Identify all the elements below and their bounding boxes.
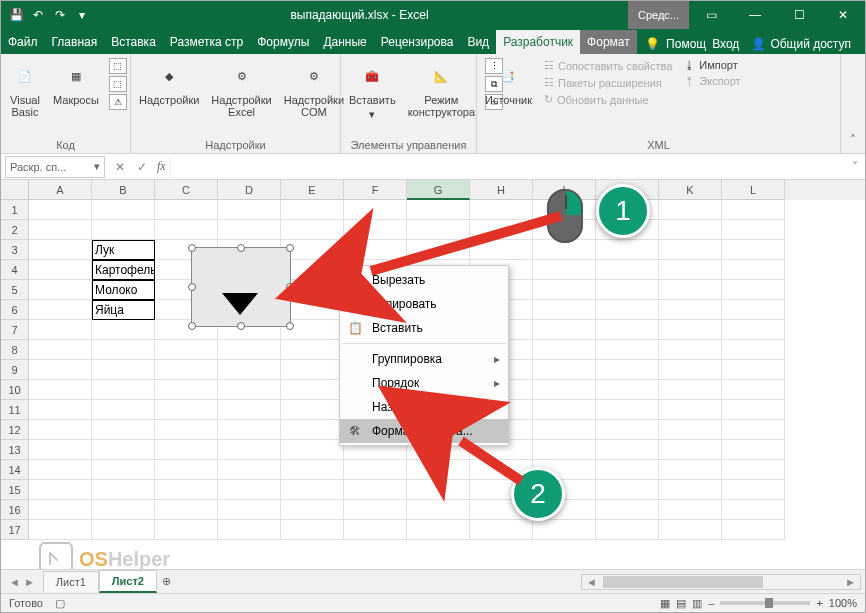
cell[interactable] (29, 300, 92, 320)
cell[interactable] (29, 520, 92, 540)
cell[interactable] (659, 280, 722, 300)
cell[interactable] (281, 360, 344, 380)
cell[interactable] (722, 400, 785, 420)
cell[interactable] (155, 500, 218, 520)
cell[interactable] (722, 420, 785, 440)
row-10[interactable]: 10 (1, 380, 29, 400)
cell[interactable] (722, 320, 785, 340)
maximize-icon[interactable]: ☐ (777, 1, 821, 29)
cell[interactable] (659, 380, 722, 400)
cell[interactable] (281, 340, 344, 360)
view-normal-icon[interactable]: ▦ (660, 597, 670, 610)
cell[interactable] (533, 300, 596, 320)
cell[interactable] (92, 480, 155, 500)
cell[interactable] (344, 240, 407, 260)
cell[interactable] (533, 400, 596, 420)
cell[interactable] (407, 240, 470, 260)
cell[interactable] (218, 220, 281, 240)
cell[interactable] (533, 260, 596, 280)
cell[interactable] (533, 380, 596, 400)
resize-handle[interactable] (286, 244, 294, 252)
row-5[interactable]: 5 (1, 280, 29, 300)
tab-review[interactable]: Рецензирова (374, 30, 461, 54)
row-2[interactable]: 2 (1, 220, 29, 240)
cell[interactable] (596, 260, 659, 280)
row-17[interactable]: 17 (1, 520, 29, 540)
cell[interactable] (218, 480, 281, 500)
cell[interactable] (155, 220, 218, 240)
cell[interactable] (722, 500, 785, 520)
cell[interactable] (281, 420, 344, 440)
cell[interactable] (596, 460, 659, 480)
cell[interactable] (92, 400, 155, 420)
cell[interactable] (722, 360, 785, 380)
cell[interactable] (281, 500, 344, 520)
resize-handle[interactable] (237, 244, 245, 252)
cell[interactable] (533, 280, 596, 300)
zoom-in-icon[interactable]: + (816, 597, 822, 609)
cell[interactable] (29, 360, 92, 380)
cell[interactable] (155, 200, 218, 220)
save-icon[interactable]: 💾 (7, 6, 25, 24)
help-label[interactable]: Помощ (666, 37, 706, 51)
signin-label[interactable]: Вход (712, 37, 739, 51)
expand-formula-icon[interactable]: ˅ (845, 160, 865, 174)
relative-ref-icon[interactable]: ⬚ (109, 76, 127, 92)
cell[interactable] (659, 200, 722, 220)
cell[interactable] (470, 220, 533, 240)
cell[interactable] (29, 280, 92, 300)
cell[interactable] (659, 400, 722, 420)
cell[interactable] (596, 240, 659, 260)
resize-handle[interactable] (286, 283, 294, 291)
cell[interactable] (407, 200, 470, 220)
cell[interactable] (533, 420, 596, 440)
cell[interactable] (29, 380, 92, 400)
cell[interactable] (218, 380, 281, 400)
cell[interactable] (722, 520, 785, 540)
row-12[interactable]: 12 (1, 420, 29, 440)
col-A[interactable]: A (29, 180, 92, 200)
tab-formulas[interactable]: Формулы (250, 30, 316, 54)
cell[interactable] (155, 480, 218, 500)
col-B[interactable]: B (92, 180, 155, 200)
tab-home[interactable]: Главная (45, 30, 105, 54)
cell[interactable] (722, 380, 785, 400)
cell[interactable] (533, 240, 596, 260)
cell[interactable] (92, 460, 155, 480)
cell[interactable] (344, 480, 407, 500)
cell[interactable] (155, 440, 218, 460)
ctx-paste[interactable]: 📋Вставить (340, 316, 508, 340)
cell[interactable] (596, 400, 659, 420)
cell[interactable] (407, 220, 470, 240)
cell[interactable] (29, 260, 92, 280)
row-11[interactable]: 11 (1, 400, 29, 420)
cell[interactable] (281, 400, 344, 420)
cell[interactable] (596, 500, 659, 520)
cell[interactable] (218, 460, 281, 480)
select-all-corner[interactable] (1, 180, 29, 200)
cell[interactable] (470, 520, 533, 540)
cell[interactable] (596, 480, 659, 500)
cell[interactable] (722, 200, 785, 220)
ctx-assign-macro[interactable]: Назначить макрос... (340, 395, 508, 419)
cell[interactable] (596, 320, 659, 340)
row-16[interactable]: 16 (1, 500, 29, 520)
cell[interactable] (92, 220, 155, 240)
cancel-icon[interactable]: ✕ (109, 160, 131, 174)
cell[interactable] (92, 340, 155, 360)
combobox-form-control[interactable] (191, 247, 291, 327)
cell[interactable] (29, 420, 92, 440)
record-macro-icon[interactable]: ⬚ (109, 58, 127, 74)
cell[interactable] (722, 440, 785, 460)
macro-security-icon[interactable]: ⚠ (109, 94, 127, 110)
cell[interactable] (29, 200, 92, 220)
cell[interactable] (659, 260, 722, 280)
addins-button[interactable]: ◆ Надстройки (137, 58, 201, 108)
com-addins-button[interactable]: ⚙ Надстройки COM (282, 58, 346, 120)
macros-button[interactable]: ▦ Макросы (51, 58, 101, 108)
cell[interactable] (92, 440, 155, 460)
cell[interactable] (155, 340, 218, 360)
sheet-tab-2[interactable]: Лист2 (99, 570, 157, 593)
cell[interactable] (92, 320, 155, 340)
cell[interactable] (722, 340, 785, 360)
